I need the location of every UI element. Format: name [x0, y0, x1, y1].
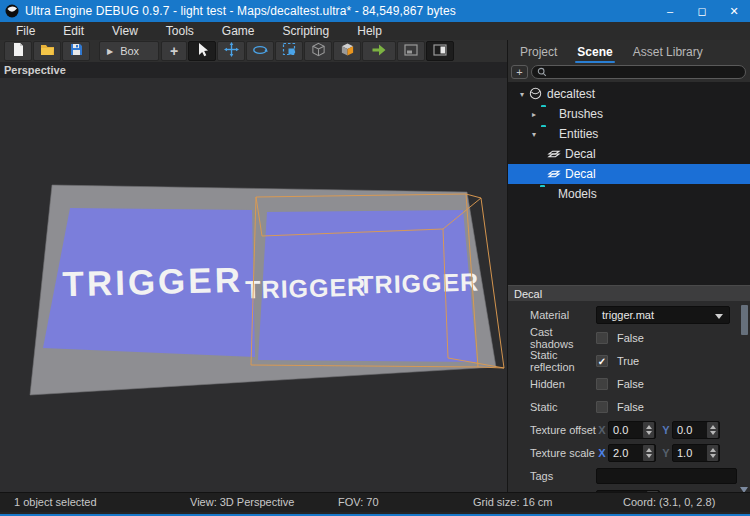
tree-item-brushes[interactable]: ▸ Brushes [508, 104, 750, 124]
cast-shadows-checkbox[interactable] [596, 332, 608, 344]
axis-y-label: Y [660, 447, 672, 459]
menu-scripting[interactable]: Scripting [269, 22, 344, 40]
spinner-buttons[interactable] [707, 422, 718, 438]
spinner-up-icon[interactable] [710, 425, 716, 429]
toggle-right-panel-button[interactable] [426, 41, 454, 61]
menu-file[interactable]: File [2, 22, 49, 40]
solid-view-icon [340, 42, 355, 61]
title-bar: Ultra Engine DEBUG 0.9.7 - light test - … [0, 0, 750, 22]
properties-header[interactable]: Decal [508, 285, 750, 301]
property-label: Tags [530, 470, 596, 482]
menu-game[interactable]: Game [208, 22, 269, 40]
menu-edit[interactable]: Edit [49, 22, 98, 40]
property-row-texture-offset: Texture offset X 0.0 Y 0.0 [508, 418, 750, 441]
search-box[interactable] [531, 65, 746, 79]
search-input[interactable] [547, 67, 745, 78]
static-reflection-checkbox[interactable]: ✓ [596, 355, 608, 367]
checkbox-value: True [617, 355, 639, 367]
properties-panel: Material trigger.mat Cast shadows False … [508, 301, 750, 494]
spinner-up-icon[interactable] [646, 448, 652, 452]
tree-item-entities[interactable]: ▾ Entities [508, 124, 750, 144]
spinner-up-icon[interactable] [646, 425, 652, 429]
new-file-icon [12, 42, 25, 61]
spinner-down-icon[interactable] [710, 454, 716, 458]
tree-item-decaltest[interactable]: ▾ decaltest [508, 84, 750, 104]
rotate-tool-button[interactable] [246, 41, 274, 61]
axis-x-label: X [596, 447, 608, 459]
chevron-down-icon [715, 314, 723, 319]
open-file-button[interactable] [33, 41, 61, 61]
add-primitive-button[interactable]: + [161, 41, 187, 61]
tab-asset-library[interactable]: Asset Library [623, 40, 713, 64]
texture-offset-y-field[interactable]: 0.0 [672, 421, 720, 439]
decal-icon [547, 167, 561, 181]
spinner-buttons[interactable] [707, 445, 718, 461]
spinner-down-icon[interactable] [646, 454, 652, 458]
select-tool-button[interactable] [188, 41, 216, 61]
expand-arrow-icon[interactable]: ▾ [528, 130, 540, 139]
export-button[interactable] [362, 41, 396, 61]
spinner-down-icon[interactable] [710, 431, 716, 435]
toggle-bottom-panel-button[interactable] [397, 41, 425, 61]
tree-item-label: Models [558, 187, 597, 201]
wireframe-view-button[interactable] [304, 41, 332, 61]
new-file-button[interactable] [4, 41, 32, 61]
spin-value: 0.0 [673, 424, 707, 436]
status-coordinates: Coord: (3.1, 0, 2.8) [623, 496, 715, 508]
scale-tool-icon [282, 42, 296, 60]
add-entity-button[interactable]: + [511, 65, 528, 79]
spinner-buttons[interactable] [643, 445, 654, 461]
property-label: Texture offset [530, 424, 596, 436]
scrollbar-thumb[interactable] [741, 305, 748, 335]
tags-input[interactable] [596, 468, 737, 484]
move-tool-button[interactable] [217, 41, 245, 61]
tree-item-decal-1[interactable]: Decal [508, 144, 750, 164]
panel-tabs: Project Scene Asset Library [508, 40, 750, 64]
properties-scrollbar[interactable] [740, 303, 749, 494]
property-label: Static [530, 401, 596, 413]
minimize-button[interactable]: – [654, 0, 686, 22]
save-button[interactable] [62, 41, 90, 61]
folder-icon [541, 107, 555, 121]
scene-search-row: + [508, 64, 750, 82]
hidden-checkbox[interactable] [596, 378, 608, 390]
maximize-button[interactable]: ◻ [686, 0, 718, 22]
static-checkbox[interactable] [596, 401, 608, 413]
tree-item-decal-2-selected[interactable]: Decal [508, 164, 750, 184]
layout-bottom-panel-icon [404, 42, 418, 60]
tree-item-label: Decal [565, 147, 596, 161]
material-dropdown[interactable]: trigger.mat [596, 306, 730, 324]
primitive-label: Box [120, 45, 139, 57]
select-tool-icon [195, 42, 209, 61]
expand-arrow-icon[interactable]: ▾ [516, 90, 528, 99]
close-button[interactable]: ✕ [718, 0, 750, 22]
checkbox-value: False [617, 401, 644, 413]
spinner-buttons[interactable] [643, 422, 654, 438]
property-row-cast-shadows: Cast shadows False [508, 326, 750, 349]
tab-project[interactable]: Project [510, 40, 567, 64]
status-grid-size: Grid size: 16 cm [473, 496, 552, 508]
solid-view-button[interactable] [333, 41, 361, 61]
rotate-tool-icon [252, 42, 268, 60]
texture-offset-x-field[interactable]: 0.0 [608, 421, 656, 439]
spinner-down-icon[interactable] [646, 431, 652, 435]
primitive-selector[interactable]: ▶ Box [99, 41, 159, 61]
tab-scene[interactable]: Scene [567, 40, 622, 64]
axis-x-label: X [596, 424, 608, 436]
scene-canvas[interactable]: TRIGGER TRIGGER TRIGGER [0, 78, 507, 494]
menu-help[interactable]: Help [343, 22, 396, 40]
texture-scale-y-field[interactable]: 1.0 [672, 444, 720, 462]
viewport-3d[interactable]: Perspective TRIGGER TRIGGER TRIGGER [0, 62, 507, 494]
checkbox-value: False [617, 378, 644, 390]
tree-item-models[interactable]: Models [508, 184, 750, 204]
spinner-up-icon[interactable] [710, 448, 716, 452]
status-view: View: 3D Perspective [190, 496, 294, 508]
texture-scale-x-field[interactable]: 2.0 [608, 444, 656, 462]
checkbox-value: False [617, 332, 644, 344]
scale-tool-button[interactable] [275, 41, 303, 61]
tree-item-label: decaltest [547, 87, 595, 101]
menu-view[interactable]: View [98, 22, 152, 40]
menu-tools[interactable]: Tools [152, 22, 208, 40]
expand-arrow-icon[interactable]: ▸ [528, 110, 540, 119]
decal-left-text: TRIGGER [62, 260, 243, 304]
